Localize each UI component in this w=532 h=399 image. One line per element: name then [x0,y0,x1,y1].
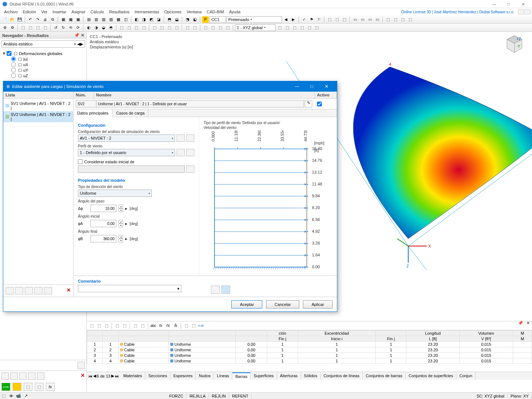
table-cell[interactable]: 2 [103,347,118,353]
table-tab-nudos[interactable]: Nudos [196,372,214,380]
perfil-new-icon[interactable] [177,149,185,156]
tb2-icon-3[interactable]: ⬚ [20,24,26,31]
tb2-icon-29[interactable]: ⬚ [276,24,283,31]
table-subheader[interactable]: Fin j [267,336,298,342]
tb2-icon-13[interactable]: ◒ [100,24,107,31]
table-cell[interactable]: 1 [298,342,375,347]
tree-radio[interactable] [11,57,16,61]
tb-icon-5[interactable]: ▥ [93,16,99,23]
table-cell[interactable]: 1 [376,358,406,364]
list-copy-button[interactable] [15,287,23,294]
paso-spinner[interactable]: ▴▾ [119,205,123,212]
table-header[interactable]: Excentricidad [298,331,375,336]
tt-icon-1[interactable]: ⬚ [88,323,95,329]
copy-icon[interactable]: ⧉ [49,16,56,23]
tb-icon-26[interactable]: ▭ [352,16,358,23]
tb-icon-12[interactable]: ◩ [148,16,154,23]
tb2-icon-28[interactable]: ⬚ [224,24,231,31]
table-cell[interactable]: Cable [118,358,169,364]
window-tile-button[interactable] [518,9,524,14]
table-subheader[interactable]: V [ft³] [459,336,513,342]
tb-icon-17[interactable]: ⬕ [191,16,198,23]
tb2-icon-11[interactable]: ◐ [85,24,92,31]
table-cell[interactable]: Uniforme [169,342,236,347]
table-cell[interactable]: 1 [298,353,375,358]
table-tab-espesores[interactable]: Espesores [170,372,196,380]
tree-item-|u|[interactable]: ▢ |u| [3,56,83,62]
view-combo[interactable]: 1 - XYZ global▾ [235,24,276,31]
tb-icon-30[interactable]: ⬚ [385,16,391,23]
table-cell[interactable] [513,342,532,347]
table-cell[interactable]: Uniforme [169,353,236,358]
tb-icon-3[interactable]: ▦ [75,16,81,23]
tb2-icon-33[interactable]: ⬚ [306,24,313,31]
final-input[interactable] [91,235,116,242]
table-header[interactable] [87,331,103,336]
analisis-select[interactable]: AV1 - NIVDET : 2▾ [78,134,175,142]
table-header[interactable] [376,331,406,336]
dialog-tab-0[interactable]: Datos principales [74,109,112,117]
tb-icon-24[interactable]: ⬚ [334,16,340,23]
comentario-input[interactable]: ▾ [78,285,181,292]
tb2-icon-32[interactable]: ⬚ [299,24,305,31]
loadcase-name-combo[interactable]: Pretensado▾ [226,16,282,23]
tree-item-uX[interactable]: ▢ uX [3,62,83,67]
tt-icon-3[interactable]: ⬚ [103,323,110,329]
tb-icon-32[interactable]: ⬚ [399,16,406,23]
analisis-edit-icon[interactable] [186,134,194,142]
tab-next-icon[interactable]: ▶ [111,374,114,378]
dialog-maximize-button[interactable]: □ [304,84,319,89]
table-subheader[interactable] [169,336,236,342]
tb2-icon-7[interactable]: ↺ [52,24,59,31]
tb2-icon-23[interactable]: ⬚ [184,24,191,31]
analisis-new-icon[interactable] [177,134,185,142]
table-header[interactable] [118,331,169,336]
nombre-edit-icon[interactable]: ✎ [305,100,312,108]
open-icon[interactable]: 📂 [9,16,16,23]
tt-icon-8[interactable]: abc [150,323,157,329]
tb-icon-27[interactable]: ▭ [359,16,366,23]
table-cell[interactable]: 3 [103,353,118,358]
tt-icon-12[interactable]: ⬚ [183,323,190,329]
table-cell[interactable]: 1 [298,358,375,364]
table-cell[interactable]: Cable [118,347,169,353]
tt-icon-6[interactable]: ⬚ [132,323,139,329]
tab-prev-icon[interactable]: ◀ [93,374,96,378]
tt-icon-13[interactable]: ⬚ [190,323,197,329]
dialog-close-button[interactable]: ✕ [319,84,334,89]
table-cell[interactable]: 0.015 [459,353,513,358]
loadcase-id-combo[interactable]: CC1 [209,16,226,23]
members-table[interactable]: ciónExcentricidadLongitudVolumenM Fin jI… [87,330,532,364]
tb2-icon-5[interactable]: ⬚ [34,24,41,31]
maximize-button[interactable]: □ [502,2,515,6]
nav-btn-5[interactable] [37,372,44,380]
table-cell[interactable]: 0.00 [236,347,267,353]
tb2-icon-27[interactable]: ⬚ [217,24,224,31]
table-subheader[interactable]: Inicio i [298,336,375,342]
menu-resultados[interactable]: Resultados [107,9,132,15]
tb2-icon-4[interactable]: ⬚ [27,24,34,31]
table-cell[interactable]: 2 [87,347,103,353]
sb-icon-4[interactable]: ↗ [22,393,30,398]
table-cell[interactable]: 0.00 [236,358,267,364]
table-cell[interactable] [513,353,532,358]
table-cell[interactable]: 3 [87,353,103,358]
dir-select[interactable]: Uniforme▾ [78,190,152,197]
prev-lc-icon[interactable]: ◀ [283,16,289,23]
delete-icon[interactable]: ✕ [81,372,85,380]
panel-close-icon[interactable]: ✕ [81,33,84,38]
tb2-icon-15[interactable]: ⬚ [118,24,125,31]
print-icon[interactable]: 🖨 [42,16,48,23]
close-button[interactable]: ✕ [516,2,530,6]
tb-icon-10[interactable]: ◧ [133,16,140,23]
inicial-input[interactable] [91,220,116,227]
table-header[interactable]: Longitud [406,331,459,336]
table-tab-aberturas[interactable]: Aberturas [277,372,301,380]
menu-asignar[interactable]: Asignar [69,9,88,15]
table-cell[interactable]: Cable [118,342,169,347]
tb-icon-29[interactable]: ▭ [374,16,381,23]
dialog-minimize-button[interactable]: — [290,84,304,89]
tb-icon-16[interactable]: ⬔ [184,16,191,23]
table-pin-icon[interactable]: 📌 [518,321,523,325]
table-cell[interactable]: 1 [267,342,298,347]
